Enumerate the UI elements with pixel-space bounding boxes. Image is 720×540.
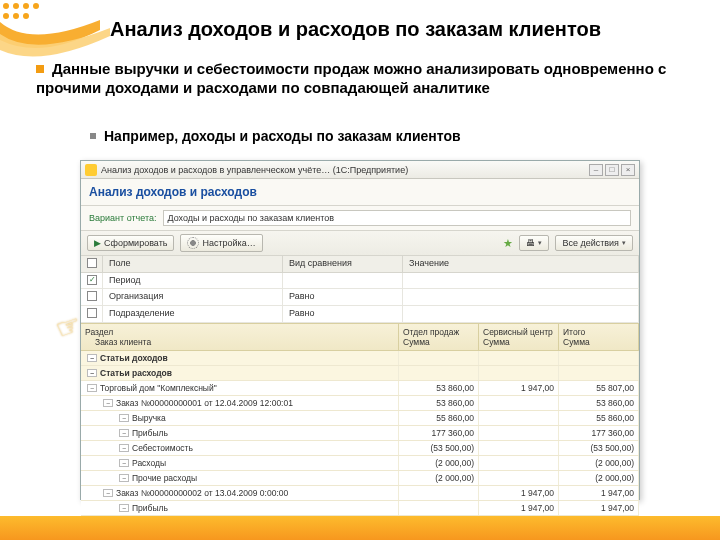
tree-toggle-icon[interactable]: −	[119, 414, 129, 422]
minimize-button[interactable]: –	[589, 164, 603, 176]
filter-row: Период	[81, 273, 639, 289]
filter-header-checkbox-col	[81, 256, 103, 272]
report-row: −Статьи доходов	[81, 351, 639, 366]
filter-field[interactable]: Период	[103, 273, 283, 288]
slide-footer-bar	[0, 516, 720, 540]
form-button[interactable]: ▶ Сформировать	[87, 235, 174, 251]
filter-checkbox[interactable]	[87, 291, 97, 301]
report-cell-label: −Статьи доходов	[81, 351, 399, 365]
report-row: −Торговый дом "Комплексный"53 860,001 94…	[81, 381, 639, 396]
report-cell-v2	[479, 411, 559, 425]
svg-point-3	[33, 3, 39, 9]
report-cell-v2: 1 947,00	[479, 381, 559, 395]
bullet-level1-text: Данные выручки и себестоимости продаж мо…	[36, 60, 666, 96]
report-cell-v1: (53 500,00)	[399, 441, 479, 455]
report-row: −Расходы(2 000,00)(2 000,00)	[81, 456, 639, 471]
report-cell-label: −Торговый дом "Комплексный"	[81, 381, 399, 395]
filter-header-field: Поле	[103, 256, 283, 272]
gear-icon	[187, 237, 199, 249]
report-header-col2: Сервисный центр Сумма	[479, 324, 559, 350]
report-cell-v2	[479, 456, 559, 470]
report-cell-label: −Прибыль	[81, 426, 399, 440]
titlebar: Анализ доходов и расходов в управленческ…	[81, 161, 639, 179]
filter-header-checkbox[interactable]	[87, 258, 97, 268]
play-icon: ▶	[94, 238, 101, 248]
all-actions-label: Все действия	[562, 238, 619, 248]
tree-toggle-icon[interactable]: −	[119, 429, 129, 437]
report-cell-v3: (2 000,00)	[559, 471, 639, 485]
report-row: −Прибыль177 360,00177 360,00	[81, 426, 639, 441]
report-row: −Заказ №00000000002 от 13.04.2009 0:00:0…	[81, 486, 639, 501]
favorite-icon[interactable]: ★	[503, 237, 513, 250]
filter-header-compare: Вид сравнения	[283, 256, 403, 272]
report-cell-v3: 53 860,00	[559, 396, 639, 410]
report-header-main: Раздел Заказ клиента	[81, 324, 399, 350]
printer-icon: 🖶	[526, 238, 535, 248]
filter-header-value: Значение	[403, 256, 639, 272]
filter-checkbox[interactable]	[87, 308, 97, 318]
report-cell-v2	[479, 366, 559, 380]
filter-value[interactable]	[403, 306, 639, 322]
report-header-col1: Отдел продаж Сумма	[399, 324, 479, 350]
report-grid: Раздел Заказ клиента Отдел продаж Сумма …	[81, 323, 639, 540]
maximize-button[interactable]: □	[605, 164, 619, 176]
filter-value[interactable]	[403, 289, 639, 305]
tree-toggle-icon[interactable]: −	[87, 354, 97, 362]
report-cell-v3: 1 947,00	[559, 501, 639, 515]
tree-toggle-icon[interactable]: −	[119, 444, 129, 452]
variant-row: Вариант отчета: Доходы и расходы по зака…	[81, 206, 639, 231]
report-cell-v3: 55 860,00	[559, 411, 639, 425]
report-cell-v3	[559, 366, 639, 380]
report-cell-label: −Прочие расходы	[81, 471, 399, 485]
filter-row: ПодразделениеРавно	[81, 306, 639, 323]
all-actions-button[interactable]: Все действия▾	[555, 235, 633, 251]
filter-compare[interactable]	[283, 273, 403, 288]
report-cell-v2: 1 947,00	[479, 486, 559, 500]
filter-field[interactable]: Организация	[103, 289, 283, 305]
tree-toggle-icon[interactable]: −	[119, 474, 129, 482]
window-buttons: – □ ×	[589, 164, 635, 176]
report-cell-v1: 177 360,00	[399, 426, 479, 440]
settings-button-label: Настройка…	[202, 238, 255, 248]
report-title: Анализ доходов и расходов	[81, 179, 639, 206]
tree-toggle-icon[interactable]: −	[103, 489, 113, 497]
tree-toggle-icon[interactable]: −	[119, 459, 129, 467]
report-cell-label: −Себестоимость	[81, 441, 399, 455]
svg-point-6	[23, 13, 29, 19]
bullet-level1: Данные выручки и себестоимости продаж мо…	[36, 60, 690, 98]
report-header-col3: Итого Сумма	[559, 324, 639, 350]
report-cell-v2	[479, 351, 559, 365]
report-cell-label: −Прибыль	[81, 501, 399, 515]
report-cell-v1	[399, 501, 479, 515]
filter-value[interactable]	[403, 273, 639, 288]
report-cell-v2: 1 947,00	[479, 501, 559, 515]
tree-toggle-icon[interactable]: −	[103, 399, 113, 407]
report-cell-label: −Заказ №00000000002 от 13.04.2009 0:00:0…	[81, 486, 399, 500]
svg-point-2	[23, 3, 29, 9]
filter-field[interactable]: Подразделение	[103, 306, 283, 322]
filter-header: Поле Вид сравнения Значение	[81, 256, 639, 273]
tree-toggle-icon[interactable]: −	[119, 504, 129, 512]
close-button[interactable]: ×	[621, 164, 635, 176]
report-cell-v3: 177 360,00	[559, 426, 639, 440]
bullet-level2: Например, доходы и расходы по заказам кл…	[90, 128, 690, 144]
bullet-square-small-icon	[90, 133, 96, 139]
slide-title: Анализ доходов и расходов по заказам кли…	[110, 18, 700, 41]
report-cell-label: −Выручка	[81, 411, 399, 425]
slide-root: Анализ доходов и расходов по заказам кли…	[0, 0, 720, 540]
bullet-level2-text: Например, доходы и расходы по заказам кл…	[104, 128, 461, 144]
window-title: Анализ доходов и расходов в управленческ…	[101, 165, 408, 175]
filter-compare[interactable]: Равно	[283, 289, 403, 305]
settings-button[interactable]: Настройка…	[180, 234, 262, 252]
tree-toggle-icon[interactable]: −	[87, 369, 97, 377]
filter-compare[interactable]: Равно	[283, 306, 403, 322]
report-cell-v3: 1 947,00	[559, 486, 639, 500]
variant-label: Вариант отчета:	[89, 213, 157, 223]
print-dropdown[interactable]: 🖶▾	[519, 235, 549, 251]
report-header: Раздел Заказ клиента Отдел продаж Сумма …	[81, 323, 639, 351]
variant-value[interactable]: Доходы и расходы по заказам клиентов	[163, 210, 632, 226]
tree-toggle-icon[interactable]: −	[87, 384, 97, 392]
report-cell-v3: (2 000,00)	[559, 456, 639, 470]
filter-checkbox[interactable]	[87, 275, 97, 285]
report-row: −Статьи расходов	[81, 366, 639, 381]
